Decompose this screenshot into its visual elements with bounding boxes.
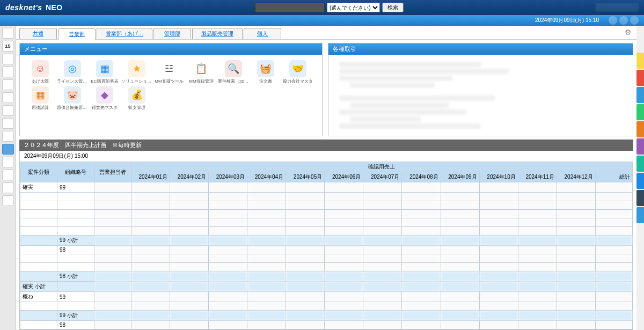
cell-org [57, 282, 94, 292]
cell-value [325, 193, 363, 201]
right-tab-2[interactable] [636, 87, 644, 103]
cell-value [131, 246, 170, 254]
top-search-select[interactable]: (選んでください) [327, 3, 380, 12]
rail-item-8[interactable] [2, 118, 14, 129]
right-tab-0[interactable] [636, 53, 644, 69]
cell-value [402, 254, 441, 263]
menu-item-5[interactable]: 📋MM採録管理 [185, 59, 217, 85]
cell-value [479, 227, 518, 236]
rail-item-7[interactable] [2, 105, 14, 116]
menu-item-1[interactable]: ◎ライセンス管理DB [56, 59, 89, 85]
cell-value [557, 321, 595, 329]
rail-item-1[interactable] [2, 28, 14, 39]
right-tab-4[interactable] [636, 121, 644, 137]
menu-item-0[interactable]: ☺あげ太郎 [24, 59, 56, 85]
deal-link-2[interactable] [350, 102, 449, 108]
content-tab-3[interactable]: 管理部 [153, 28, 191, 39]
right-tab-7[interactable] [636, 173, 644, 189]
antenna-icon[interactable] [609, 16, 617, 25]
menu-item-11[interactable]: ◆得意先マスタ [89, 85, 121, 112]
rail-item-9[interactable] [2, 131, 14, 142]
menu-item-7[interactable]: 🧺注文書 [250, 59, 282, 85]
cell-category [20, 321, 57, 329]
rail-item-11[interactable] [2, 157, 14, 167]
cell-value [131, 321, 170, 329]
cell-value [325, 201, 363, 210]
cell-value [247, 302, 286, 311]
cell-value [170, 263, 208, 272]
top-user-area[interactable] [596, 3, 639, 12]
th-month: 2024年05月 [286, 172, 325, 182]
rail-item-12[interactable] [2, 170, 14, 180]
right-tab-1[interactable] [636, 70, 644, 86]
menu-item-8[interactable]: 🤝協力会社マスタ [282, 59, 314, 85]
right-tab-9[interactable] [636, 207, 644, 223]
content-tab-1[interactable]: 営業部 [58, 28, 96, 40]
rail-item-14[interactable] [2, 195, 14, 206]
right-tab-5[interactable] [636, 138, 644, 155]
right-tab-8[interactable] [636, 190, 644, 206]
content-tab-2[interactable]: 営業部（あげ… [97, 28, 152, 39]
menu-item-12[interactable]: 💰収支管理 [121, 85, 153, 112]
menu-item-4[interactable]: ☳MM見積ツール [153, 59, 185, 85]
content-tab-5[interactable]: 個人 [244, 28, 281, 39]
rail-item-3[interactable] [2, 54, 14, 64]
cell-value [286, 282, 325, 292]
menu-item-2[interactable]: ▦EC購買追答表 [89, 59, 121, 85]
th-month: 2024年10月 [479, 172, 518, 182]
right-tab-3[interactable] [636, 104, 644, 120]
cell-value [595, 302, 632, 311]
cell-value [557, 263, 595, 272]
menu-item-10[interactable]: 🐷原価台帳兼原価マ… [56, 85, 89, 112]
deal-body [328, 55, 633, 136]
th-org: 組織略号 [57, 162, 94, 182]
cell-value [208, 321, 247, 329]
rail-item-active[interactable] [2, 144, 14, 155]
menu-label: EC購買追答表 [89, 78, 120, 84]
cell-value [247, 227, 286, 236]
cell-value [441, 263, 479, 272]
rail-item-6[interactable] [2, 92, 14, 103]
cell-value [595, 227, 632, 236]
cell-category: 確実 小計 [20, 282, 57, 292]
table-row [20, 227, 633, 236]
cell-value [131, 254, 170, 263]
content-tab-4[interactable]: 製品販売管理 [192, 28, 243, 39]
cell-value [518, 227, 557, 236]
rail-item-5[interactable] [2, 79, 14, 90]
cell-value [479, 246, 518, 254]
cell-value [479, 254, 518, 263]
rail-item-13[interactable] [2, 182, 14, 193]
cell-value [441, 321, 479, 329]
deal-link-1[interactable] [350, 83, 435, 88]
cell-value [247, 210, 286, 218]
user-icon[interactable] [630, 16, 639, 25]
th-total: 総計 [595, 172, 632, 182]
rail-calendar-icon[interactable]: 15 [2, 41, 14, 52]
cell-value [208, 311, 247, 321]
cell-value [208, 236, 247, 246]
deal-panel: 各種取引 [328, 43, 633, 136]
th-group: 確認用売上 [131, 162, 632, 172]
cell-category [20, 272, 57, 282]
top-search-button[interactable]: 検索 [382, 3, 404, 12]
cell-value [479, 321, 518, 329]
menu-item-3[interactable]: ★ソリューションG… [121, 59, 153, 85]
report-table-wrap[interactable]: 案件分類 組織略号 営業担当者 確認用売上 2024年01月2024年02月20… [19, 162, 633, 330]
th-month: 2024年12月 [557, 172, 595, 182]
cell-value [441, 182, 479, 193]
gear-icon[interactable]: ⚙ [625, 28, 633, 36]
cell-value [363, 282, 402, 292]
menu-item-6[interactable]: 🔍案件検索（2011年… [217, 59, 250, 85]
cell-value [208, 263, 247, 272]
top-search-group: (選んでください) 検索 [63, 3, 596, 12]
rail-item-4[interactable] [2, 67, 14, 77]
deal-link-3[interactable] [350, 116, 421, 122]
right-tab-6[interactable] [636, 156, 644, 172]
cell-rep [94, 218, 131, 227]
menu-item-9[interactable]: ▦原価試算 [24, 85, 56, 112]
cell-rep [94, 210, 131, 218]
top-search-input[interactable] [255, 3, 325, 12]
content-tab-0[interactable]: 共通 [19, 28, 57, 39]
chat-icon[interactable] [619, 16, 628, 25]
